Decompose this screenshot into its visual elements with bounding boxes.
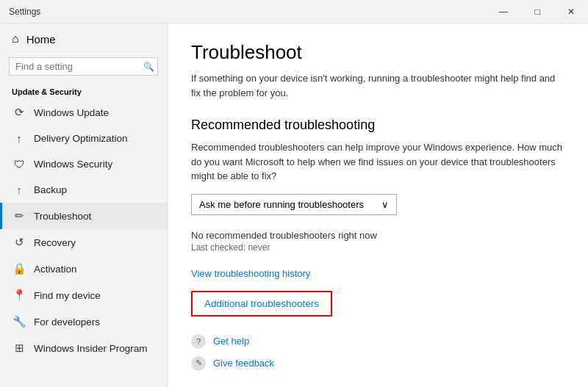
get-help-icon: ? xyxy=(191,334,206,349)
home-icon: ⌂ xyxy=(12,32,19,46)
maximize-button[interactable]: □ xyxy=(520,0,554,23)
get-help-label: Get help xyxy=(213,336,249,347)
sidebar-item-windows-insider[interactable]: ⊞ Windows Insider Program xyxy=(0,335,167,361)
sidebar-section-label: Update & Security xyxy=(0,82,167,99)
get-help-link[interactable]: ? Get help xyxy=(191,334,564,349)
backup-icon: ↑ xyxy=(12,184,26,196)
for-developers-icon: 🔧 xyxy=(12,315,26,328)
recovery-icon: ↺ xyxy=(12,236,26,249)
sidebar-item-windows-security[interactable]: 🛡 Windows Security xyxy=(0,151,167,177)
sidebar-item-find-my-device[interactable]: 📍 Find my device xyxy=(0,282,167,308)
chevron-down-icon: ∨ xyxy=(381,199,389,210)
titlebar-controls: — □ ✕ xyxy=(487,0,588,23)
page-description: If something on your device isn't workin… xyxy=(191,71,564,100)
give-feedback-icon: ✎ xyxy=(191,356,206,371)
app-body: ⌂ Home 🔍 Update & Security ⟳ Windows Upd… xyxy=(0,23,588,387)
recommended-section-description: Recommended troubleshooters can help imp… xyxy=(191,140,564,184)
troubleshoot-icon: ✏ xyxy=(12,209,26,223)
windows-security-icon: 🛡 xyxy=(12,158,26,170)
delivery-optimization-icon: ↑ xyxy=(12,132,26,145)
status-subtext: Last checked: never xyxy=(191,242,564,253)
recommended-section-title: Recommended troubleshooting xyxy=(191,117,564,133)
sidebar-item-activation[interactable]: 🔒 Activation xyxy=(0,256,167,282)
sidebar-item-home[interactable]: ⌂ Home xyxy=(0,23,167,54)
troubleshooting-history-link[interactable]: View troubleshooting history xyxy=(191,268,310,279)
sidebar-item-backup[interactable]: ↑ Backup xyxy=(0,177,167,203)
sidebar-home-label: Home xyxy=(26,33,56,46)
close-button[interactable]: ✕ xyxy=(554,0,588,23)
titlebar-title: Settings xyxy=(9,7,40,17)
page-title: Troubleshoot xyxy=(191,41,564,64)
help-links: ? Get help ✎ Give feedback xyxy=(191,334,564,371)
additional-troubleshooters-button[interactable]: Additional troubleshooters xyxy=(191,291,332,317)
search-input[interactable] xyxy=(15,61,139,72)
sidebar-item-recovery[interactable]: ↺ Recovery xyxy=(0,229,167,256)
troubleshooter-dropdown[interactable]: Ask me before running troubleshooters ∨ xyxy=(191,194,397,215)
windows-insider-icon: ⊞ xyxy=(12,341,26,355)
titlebar: Settings — □ ✕ xyxy=(0,0,588,23)
activation-icon: 🔒 xyxy=(12,262,26,275)
give-feedback-label: Give feedback xyxy=(213,358,274,369)
search-box[interactable]: 🔍 xyxy=(9,57,158,76)
sidebar-item-windows-update[interactable]: ⟳ Windows Update xyxy=(0,99,167,126)
windows-update-icon: ⟳ xyxy=(12,106,26,119)
main-content: Troubleshoot If something on your device… xyxy=(168,23,588,387)
sidebar-item-troubleshoot[interactable]: ✏ Troubleshoot xyxy=(0,203,167,229)
status-text: No recommended troubleshooters right now xyxy=(191,230,564,241)
find-my-device-icon: 📍 xyxy=(12,289,26,302)
give-feedback-link[interactable]: ✎ Give feedback xyxy=(191,356,564,371)
dropdown-value: Ask me before running troubleshooters xyxy=(199,199,364,210)
sidebar-item-delivery-optimization[interactable]: ↑ Delivery Optimization xyxy=(0,126,167,151)
sidebar-item-for-developers[interactable]: 🔧 For developers xyxy=(0,308,167,335)
sidebar: ⌂ Home 🔍 Update & Security ⟳ Windows Upd… xyxy=(0,23,168,387)
minimize-button[interactable]: — xyxy=(487,0,520,23)
search-icon: 🔍 xyxy=(143,62,154,72)
